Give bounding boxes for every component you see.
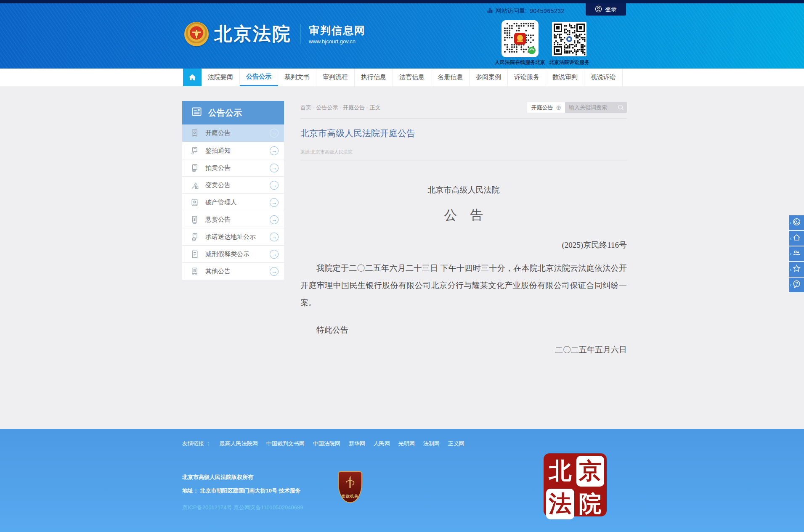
gov-badge-label: 党政机关 — [342, 494, 358, 499]
sidebar-item-label: 其他公告 — [205, 267, 231, 275]
search-bar: 开庭公告 ⊕ — [527, 102, 627, 113]
sidebar-item[interactable]: 悬赏公告→ — [182, 211, 284, 228]
eye-doc-icon — [190, 163, 199, 172]
sidebar-item[interactable]: 鉴拍通知→ — [182, 142, 284, 159]
friend-link[interactable]: 光明网 — [398, 440, 415, 447]
home-button[interactable] — [789, 231, 804, 246]
site-subtitle: 审判信息网 — [309, 24, 366, 37]
doc-closing: 特此公告 — [300, 325, 627, 336]
login-label: 登录 — [605, 6, 617, 13]
qr-code-online-service — [502, 20, 539, 57]
nav-tab[interactable]: 法院要闻 — [202, 69, 240, 86]
arrow-circle-icon: → — [270, 250, 279, 259]
friend-link[interactable]: 法制网 — [423, 440, 440, 447]
seal-char: 京 — [576, 456, 605, 487]
visit-counter: 网站访问量: 9045965232 — [487, 6, 565, 16]
icp-text: 京ICP备20012174号 京公网安备11010502040689 — [182, 504, 303, 511]
yen-doc-icon — [190, 215, 199, 224]
footer: 友情链接 ： 最高人民法院网中国裁判文书网中国法院网新华网人民网光明网法制网正义… — [0, 429, 804, 532]
site-header: 网站访问量: 9045965232 登录 北京法院 审判信息网 www.bjco… — [0, 3, 804, 69]
sidebar-item[interactable]: 破产管理人→ — [182, 193, 284, 211]
friend-links-label: 友情链接 ： — [182, 440, 211, 447]
sidebar-item[interactable]: 变卖公告→ — [182, 176, 284, 193]
main-nav: 法院要闻公告公示裁判文书审判流程执行信息法官信息名册信息参阅案例诉讼服务数说审判… — [0, 69, 804, 86]
seal-char: 法 — [546, 489, 574, 519]
friend-link[interactable]: 正义网 — [448, 440, 464, 447]
announcement-document: 北京市高级人民法院 公 告 (2025)京民终116号 我院定于二〇二五年六月二… — [300, 185, 627, 355]
nav-tab[interactable]: 诉讼服务 — [508, 69, 546, 86]
nav-tab[interactable]: 名册信息 — [431, 69, 470, 86]
nav-tab[interactable]: 审判流程 — [316, 69, 355, 86]
floating-toolbar — [789, 215, 804, 292]
sidebar-item[interactable]: 其他公告→ — [182, 262, 284, 280]
site-name: 北京法院 — [214, 22, 292, 46]
qr-label-online-service: 人民法院在线服务北京 — [495, 59, 545, 66]
nav-tab[interactable]: 裁判文书 — [278, 69, 316, 86]
top-strip — [0, 0, 804, 3]
nav-tab[interactable]: 公告公示 — [240, 69, 278, 86]
search-category-select[interactable]: 开庭公告 ⊕ — [527, 102, 565, 113]
doc-case-number: (2025)京民终116号 — [300, 240, 627, 251]
sidebar-item[interactable]: 减刑假释类公示→ — [182, 245, 284, 262]
doc-title: 公 告 — [300, 206, 627, 224]
users-icon — [792, 249, 801, 259]
user-icon — [595, 5, 602, 14]
clock-doc-icon — [190, 232, 199, 241]
arrow-circle-icon: → — [270, 198, 279, 207]
person-doc-icon — [190, 129, 199, 138]
divider — [300, 118, 627, 119]
sidebar-item-label: 变卖公告 — [205, 181, 231, 189]
visits-label: 网站访问量: — [496, 7, 527, 15]
sidebar: 公告公示 开庭公告→鉴拍通知→拍卖公告→变卖公告→破产管理人→悬赏公告→承诺送达… — [182, 101, 284, 280]
friend-link[interactable]: 中国裁判文书网 — [266, 440, 305, 447]
hand-doc-icon — [190, 146, 199, 155]
nav-tab[interactable]: 执行信息 — [355, 69, 393, 86]
gavel-flag-icon — [190, 180, 199, 190]
page: 网站访问量: 9045965232 登录 北京法院 审判信息网 www.bjco… — [0, 0, 804, 532]
breadcrumb: 首页 - 公告公示 - 开庭公告 - 正文 — [300, 104, 381, 111]
main-content: 首页 - 公告公示 - 开庭公告 - 正文 开庭公告 ⊕ 北京市高级人民法院开庭… — [300, 102, 627, 355]
friend-link[interactable]: 新华网 — [349, 440, 365, 447]
visits-value: 9045965232 — [530, 8, 565, 14]
sidebar-item[interactable]: 开庭公告→ — [182, 124, 284, 142]
article-title: 北京市高级人民法院开庭公告 — [300, 127, 627, 139]
friend-link[interactable]: 中国法院网 — [313, 440, 340, 447]
home-icon — [792, 233, 801, 244]
logo-divider — [300, 24, 300, 44]
logo[interactable]: 北京法院 审判信息网 www.bjcourt.gov.cn — [184, 22, 366, 46]
article-source: 来源:北京市高级人民法院 — [300, 149, 627, 155]
search-icon[interactable] — [617, 104, 624, 113]
arrow-circle-icon: → — [270, 129, 279, 138]
seal-char: 院 — [576, 489, 605, 519]
friend-link[interactable]: 人民网 — [374, 440, 390, 447]
arrow-circle-icon: → — [270, 233, 279, 241]
arrow-circle-icon: → — [270, 267, 279, 276]
court-emblem-icon — [184, 22, 209, 46]
sidebar-item[interactable]: 承诺送达地址公示→ — [182, 228, 284, 245]
help-button[interactable] — [789, 278, 804, 292]
hotline-button[interactable] — [789, 215, 804, 230]
site-url: www.bjcourt.gov.cn — [309, 38, 366, 45]
search-category-value: 开庭公告 — [531, 104, 553, 111]
star-button[interactable] — [789, 262, 804, 277]
arrow-circle-icon: → — [270, 181, 279, 190]
sidebar-item-label: 鉴拍通知 — [205, 147, 231, 155]
arrow-circle-icon: → — [270, 164, 279, 172]
users-button[interactable] — [789, 246, 804, 261]
friend-link[interactable]: 最高人民法院网 — [220, 440, 258, 447]
doc-body: 我院定于二〇二五年六月二十三日 下午十四时三十分，在本院北京法院云法庭依法公开开… — [300, 259, 627, 311]
home-tab[interactable] — [183, 69, 202, 86]
nav-tab[interactable]: 参阅案例 — [470, 69, 508, 86]
nav-tab[interactable]: 法官信息 — [393, 69, 431, 86]
address-text: 地址： 北京市朝阳区建国门南大街10号 技术服务 — [182, 487, 301, 495]
nav-tab[interactable]: 数说审判 — [546, 69, 584, 86]
sidebar-title: 公告公示 — [208, 107, 242, 119]
help-icon — [792, 280, 801, 290]
sidebar-item-label: 拍卖公告 — [205, 164, 231, 172]
sidebar-item-label: 承诺送达地址公示 — [205, 233, 256, 241]
expand-icon: ⊕ — [556, 104, 561, 111]
login-button[interactable]: 登录 — [586, 3, 626, 16]
nav-tab[interactable]: 视说诉讼 — [584, 69, 623, 86]
sidebar-item[interactable]: 拍卖公告→ — [182, 159, 284, 176]
doc-date: 二〇二五年五月六日 — [300, 344, 627, 355]
